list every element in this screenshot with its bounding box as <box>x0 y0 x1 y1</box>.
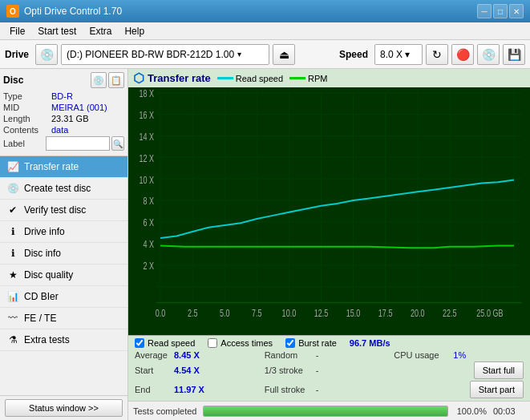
nav-verify-test-disc[interactable]: ✔ Verify test disc <box>0 200 127 221</box>
svg-text:12 X: 12 X <box>140 152 155 164</box>
drive-dropdown[interactable]: (D:) PIONEER BD-RW BDR-212D 1.00 ▾ <box>61 44 269 65</box>
svg-text:0.0: 0.0 <box>156 308 166 319</box>
full-stroke-value: - <box>316 385 348 394</box>
disc-length-row: Length 23.31 GB <box>3 114 124 123</box>
access-times-checkbox-label[interactable]: Access times <box>208 338 273 348</box>
status-window-section: Status window >> <box>0 395 127 420</box>
title-bar-left: O Opti Drive Control 1.70 <box>6 5 122 18</box>
start-label: Start <box>135 365 171 375</box>
title-bar: O Opti Drive Control 1.70 ─ □ ✕ <box>0 0 530 22</box>
svg-text:6 X: 6 X <box>144 217 155 228</box>
stroke-label: 1/3 stroke <box>265 365 313 375</box>
disc-icon-2[interactable]: 📋 <box>108 72 124 88</box>
disc-quality-icon: ★ <box>6 269 19 281</box>
close-button[interactable]: ✕ <box>509 4 524 18</box>
contents-value: data <box>51 125 68 135</box>
svg-text:12.5: 12.5 <box>314 308 329 319</box>
nav-cd-bler[interactable]: 📊 CD BIer <box>0 286 127 308</box>
end-label: End <box>135 385 171 394</box>
legend-rpm: RPM <box>289 74 327 83</box>
nav-disc-info[interactable]: ℹ Disc info <box>0 243 127 265</box>
disc-button[interactable]: 💿 <box>477 44 500 65</box>
read-speed-checkbox-label[interactable]: Read speed <box>135 338 195 348</box>
random-label: Random <box>265 350 313 360</box>
verify-test-disc-icon: ✔ <box>6 204 19 216</box>
stroke-value: - <box>316 365 348 375</box>
toolbar: Drive 💿 (D:) PIONEER BD-RW BDR-212D 1.00… <box>0 40 530 69</box>
status-text: Tests completed <box>133 406 196 416</box>
progress-bar-container <box>203 406 448 417</box>
nav-cd-bler-label: CD BIer <box>24 291 59 302</box>
read-speed-checkbox[interactable] <box>135 338 144 348</box>
stats-row-3: End 11.97 X Full stroke - Start part <box>135 381 524 398</box>
nav-transfer-rate[interactable]: 📈 Transfer rate <box>0 156 127 178</box>
mid-value: MEIRA1 (001) <box>51 103 107 112</box>
start-part-button[interactable]: Start part <box>470 381 524 398</box>
legend-rpm-label: RPM <box>308 74 327 83</box>
nav-create-test-disc-label: Create test disc <box>24 183 91 194</box>
stats-row-1: Average 8.45 X Random - CPU usage 1% <box>135 350 524 360</box>
maximize-button[interactable]: □ <box>493 4 508 18</box>
label-label: Label <box>3 139 44 148</box>
drive-icon-button[interactable]: 💿 <box>35 44 58 65</box>
legend-rpm-color <box>289 77 305 79</box>
stat-start-part: Start part <box>394 381 524 398</box>
cd-bler-icon: 📊 <box>6 290 19 303</box>
nav-extra-tests-label: Extra tests <box>24 334 70 345</box>
nav-disc-quality[interactable]: ★ Disc quality <box>0 265 127 286</box>
cpu-label: CPU usage <box>394 350 450 360</box>
type-label: Type <box>3 91 51 101</box>
label-browse-button[interactable]: 🔍 <box>111 136 124 151</box>
disc-info-icon: ℹ <box>6 247 19 260</box>
start-full-button[interactable]: Start full <box>474 361 524 379</box>
nav-drive-info[interactable]: ℹ Drive info <box>0 221 127 243</box>
drive-label: Drive <box>5 49 29 60</box>
nav-fe-te[interactable]: 〰 FE / TE <box>0 308 127 329</box>
chart-footer: Read speed Access times Burst rate 96.7 … <box>128 335 530 401</box>
menu-file[interactable]: File <box>3 24 31 38</box>
stat-cpu: CPU usage 1% <box>394 350 524 360</box>
stat-random: Random - <box>265 350 394 360</box>
menu-bar: File Start test Extra Help <box>0 22 530 40</box>
app-title: Opti Drive Control 1.70 <box>24 6 122 17</box>
burn-button[interactable]: 🔴 <box>451 44 474 65</box>
main-content: Disc 💿 📋 Type BD-R MID MEIRA1 (001) Leng… <box>0 69 530 420</box>
fe-te-icon: 〰 <box>6 312 19 325</box>
svg-text:16 X: 16 X <box>140 110 155 121</box>
refresh-button[interactable]: ↻ <box>426 44 448 65</box>
speed-label: Speed <box>339 49 368 60</box>
chart-title-icon: ⬡ <box>133 71 144 86</box>
svg-text:15.0: 15.0 <box>346 308 361 319</box>
nav-disc-info-label: Disc info <box>24 248 61 259</box>
svg-text:14 X: 14 X <box>140 131 155 142</box>
disc-icon-1[interactable]: 💿 <box>91 72 107 88</box>
access-times-checkbox[interactable] <box>208 338 217 348</box>
average-value: 8.45 X <box>174 350 214 360</box>
cpu-value: 1% <box>453 350 466 360</box>
status-window-button[interactable]: Status window >> <box>5 399 123 417</box>
menu-start-test[interactable]: Start test <box>31 24 83 38</box>
menu-help[interactable]: Help <box>118 24 151 38</box>
svg-text:10 X: 10 X <box>140 174 155 185</box>
svg-text:17.5: 17.5 <box>378 308 393 319</box>
burst-rate-value: 96.7 MB/s <box>350 338 390 348</box>
save-button[interactable]: 💾 <box>503 44 525 65</box>
nav-create-test-disc[interactable]: 💿 Create test disc <box>0 178 127 200</box>
burst-rate-checkbox-label[interactable]: Burst rate <box>285 338 337 348</box>
speed-dropdown[interactable]: 8.0 X ▾ <box>374 44 423 65</box>
full-stroke-label: Full stroke <box>265 385 313 394</box>
svg-text:4 X: 4 X <box>144 239 155 250</box>
menu-extra[interactable]: Extra <box>83 24 118 38</box>
nav-disc-quality-label: Disc quality <box>24 269 73 281</box>
disc-type-row: Type BD-R <box>3 91 124 101</box>
chart-header: ⬡ Transfer rate Read speed RPM <box>128 69 530 87</box>
svg-text:2 X: 2 X <box>144 260 155 272</box>
eject-button[interactable]: ⏏ <box>273 44 295 65</box>
label-input[interactable] <box>46 136 110 151</box>
svg-rect-0 <box>128 87 530 335</box>
minimize-button[interactable]: ─ <box>477 4 492 18</box>
svg-text:10.0: 10.0 <box>282 308 297 319</box>
burst-rate-checkbox[interactable] <box>285 338 295 348</box>
nav-transfer-rate-label: Transfer rate <box>24 161 79 172</box>
nav-extra-tests[interactable]: ⚗ Extra tests <box>0 329 127 351</box>
